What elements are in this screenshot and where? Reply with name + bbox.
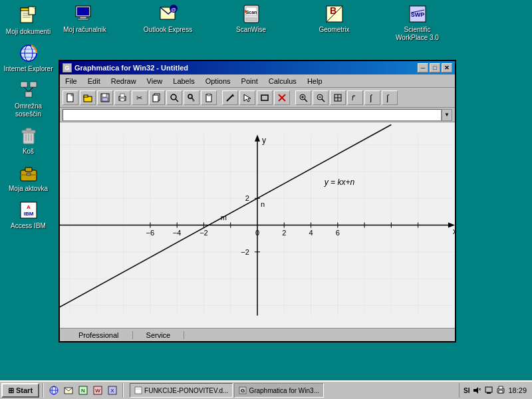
desktop-icon-geometrix[interactable]: B Geometrix [309, 3, 359, 42]
menu-point[interactable]: Point [236, 76, 263, 86]
desktop-icon-moj-racunalnik[interactable]: Moj računalnik [60, 3, 110, 42]
desktop-icon-network[interactable]: Omrežna soseščin [3, 80, 53, 118]
open-button[interactable] [80, 90, 96, 105]
taskbar-ie-icon[interactable] [47, 384, 61, 397]
svg-rect-60 [153, 95, 158, 102]
menu-redraw[interactable]: Redraw [106, 76, 142, 86]
maximize-button[interactable]: □ [430, 63, 440, 72]
svg-text:+: + [192, 98, 195, 102]
derivative-button[interactable]: f' [347, 90, 363, 105]
network-label: Omrežna soseščin [3, 102, 53, 118]
sigma-button[interactable]: ∫ [382, 90, 398, 105]
start-button[interactable]: ⊞ Start [1, 383, 39, 398]
ie-label: Internet Explorer [4, 65, 53, 73]
taskbar-task-graphmatica[interactable]: G Graphmatica for Win3... [234, 383, 324, 398]
pen-button[interactable] [222, 90, 238, 105]
svg-rect-154 [499, 390, 503, 393]
svg-rect-30 [21, 82, 27, 87]
menu-labels[interactable]: Labels [168, 76, 200, 86]
app-window: G Graphmatica for Win32 - Untitled ─ □ ✕… [59, 60, 456, 342]
svg-text:G: G [241, 388, 245, 394]
menu-edit[interactable]: Edit [82, 76, 106, 86]
start-label: Start [16, 386, 33, 394]
moji-dokumenti-icon [18, 5, 39, 27]
new-button[interactable] [63, 90, 78, 105]
menu-file[interactable]: File [60, 76, 82, 86]
fit-button[interactable] [330, 90, 346, 105]
taskbar-email-icon[interactable] [62, 384, 75, 397]
menu-help[interactable]: Help [302, 76, 328, 86]
svg-text:6: 6 [336, 229, 340, 237]
menu-view[interactable]: View [142, 76, 168, 86]
status-professional: Professional [65, 331, 133, 339]
copy-button[interactable] [149, 90, 165, 105]
menu-options[interactable]: Options [200, 76, 236, 86]
save-button[interactable] [97, 90, 113, 105]
rect-button[interactable] [257, 90, 273, 105]
desktop-icon-ie[interactable]: Internet Explorer [3, 43, 53, 73]
window-title: Graphmatica for Win32 - Untitled [74, 64, 188, 72]
kos-label: Koš [23, 148, 34, 156]
toolbar: ✂ + [60, 88, 455, 108]
close-button[interactable]: ✕ [442, 63, 452, 72]
integral-button[interactable]: ∫ [364, 90, 380, 105]
desktop-icon-moji-dokumenti[interactable]: Moji dokumenti [3, 5, 53, 36]
desktop-icon-scanwise[interactable]: Scan ScanWise [226, 3, 276, 42]
svg-rect-44 [27, 173, 31, 176]
y-axis-label: y [262, 136, 267, 145]
m-label: m [221, 213, 227, 221]
desktop-icon-scientific[interactable]: SWP Scientific WorkPlace 3.0 [392, 3, 442, 42]
taskbar-time: 18:29 [508, 386, 527, 394]
menu-calculus[interactable]: Calculus [263, 76, 302, 86]
taskbar-right: SI 18:29 [459, 383, 531, 398]
minimize-button[interactable]: ─ [418, 63, 428, 72]
cut-button[interactable]: ✂ [132, 90, 148, 105]
svg-text:✂: ✂ [136, 94, 142, 102]
svg-rect-143 [135, 387, 142, 394]
clipboard-button[interactable] [201, 90, 217, 105]
svg-text:IBM: IBM [23, 211, 33, 217]
taskbar-quick-icons: N W X [47, 384, 119, 397]
delete-button[interactable] [274, 90, 290, 105]
svg-rect-37 [26, 128, 31, 131]
svg-text:A: A [27, 204, 31, 210]
desktop-icon-outlook[interactable]: @ Outlook Express [143, 3, 193, 42]
input-scroll[interactable]: ▼ [442, 109, 452, 121]
svg-text:X: X [110, 388, 114, 394]
taskbar-task-funkcije-label: FUNKCIJE-PONOVITEV.d... [144, 387, 228, 394]
taskbar-icon5[interactable]: X [106, 384, 119, 397]
taskbar-icon3[interactable]: N [76, 384, 90, 397]
equation-input[interactable] [63, 109, 442, 121]
start-icon: ⊞ [8, 386, 14, 395]
desktop-icon-aktovka[interactable]: Moja aktovka [3, 162, 53, 193]
taskbar-icon4[interactable]: W [91, 384, 104, 397]
svg-text:∫: ∫ [369, 93, 373, 102]
svg-rect-54 [102, 98, 108, 101]
graph-line [60, 124, 391, 328]
select-button[interactable] [239, 90, 255, 105]
find-button[interactable] [166, 90, 182, 105]
svg-rect-56 [120, 94, 124, 97]
status-service: Service [133, 331, 185, 339]
svg-text:−6: −6 [146, 229, 155, 237]
svg-rect-2 [80, 17, 86, 19]
taskbar-separator [43, 383, 44, 398]
svg-rect-51 [84, 95, 88, 97]
zoom-out-button[interactable] [313, 90, 329, 105]
menu-bar: File Edit Redraw View Labels Options Poi… [60, 74, 455, 88]
taskbar-task-funkcije[interactable]: FUNKCIJE-PONOVITEV.d... [130, 383, 233, 398]
desktop-icon-kos[interactable]: Koš [3, 125, 53, 156]
tray-lang: SI [464, 387, 469, 394]
svg-line-33 [24, 87, 29, 92]
desktop-icon-access-ibm[interactable]: A IBM Access IBM [3, 200, 53, 230]
replace-button[interactable]: + [184, 90, 200, 105]
graph-svg: x y −6 −4 −2 0 2 4 6 2 −2 [60, 122, 455, 328]
svg-text:2: 2 [282, 229, 286, 237]
zoom-in-button[interactable] [295, 90, 311, 105]
svg-text:2: 2 [245, 194, 249, 202]
print-button[interactable] [114, 90, 130, 105]
title-bar-buttons: ─ □ ✕ [418, 63, 452, 72]
input-bar: ▼ [60, 108, 455, 122]
taskbar: ⊞ Start N W X FUNKCIJE-PONOVITEV.d... G … [0, 380, 532, 399]
svg-rect-3 [78, 19, 88, 20]
